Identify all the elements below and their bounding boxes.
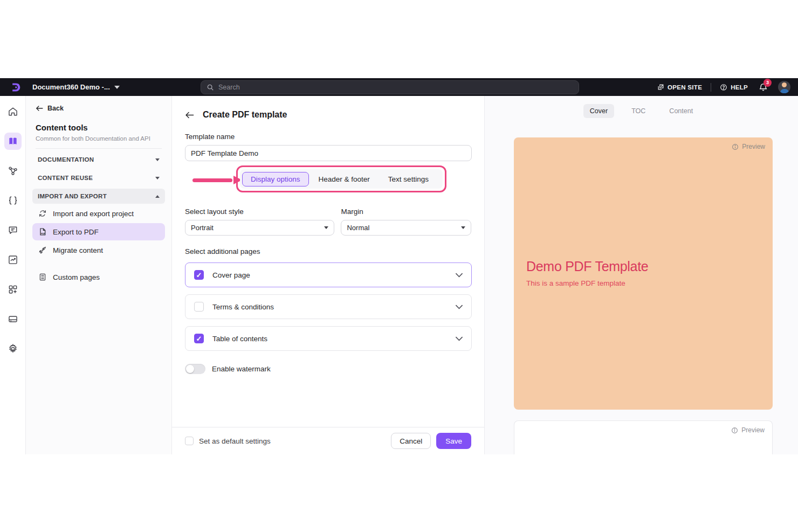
sidebar-item-label: Custom pages bbox=[53, 273, 100, 281]
cover-page-card: ✓ Cover page bbox=[185, 262, 472, 287]
back-label: Back bbox=[47, 105, 64, 112]
sidebar-item-custom-pages[interactable]: Custom pages bbox=[32, 268, 165, 286]
layout-style-value: Portrait bbox=[191, 224, 214, 232]
preview-label: Preview bbox=[741, 426, 765, 434]
section-content-reuse[interactable]: CONTENT REUSE bbox=[32, 170, 165, 185]
cover-page-label: Cover page bbox=[212, 271, 447, 279]
info-icon bbox=[732, 143, 739, 150]
cancel-button[interactable]: Cancel bbox=[391, 433, 431, 449]
preview-panel: Cover TOC Content Preview Demo PDF Templ… bbox=[485, 96, 798, 454]
cover-page-checkbox[interactable]: ✓ bbox=[194, 270, 204, 280]
terms-conditions-checkbox[interactable] bbox=[194, 302, 204, 312]
help-label: HELP bbox=[731, 84, 748, 91]
sync-arrows-icon bbox=[38, 209, 47, 218]
template-name-input[interactable] bbox=[185, 145, 472, 161]
sidebar-item-documentation[interactable] bbox=[4, 133, 22, 150]
help-button[interactable]: HELP bbox=[720, 84, 748, 91]
caret-down-icon bbox=[324, 226, 328, 229]
app-window: Document360 Demo -... OPEN SITE HELP bbox=[0, 78, 798, 454]
sidebar-item-analytics[interactable] bbox=[4, 251, 22, 268]
table-of-contents-card: ✓ Table of contents bbox=[185, 326, 472, 351]
tab-display-options[interactable]: Display options bbox=[242, 172, 309, 186]
chevron-down-icon[interactable] bbox=[456, 336, 463, 341]
tab-text-settings[interactable]: Text settings bbox=[380, 172, 437, 186]
tabs-zone: Display options Header & footer Text set… bbox=[185, 165, 471, 206]
avatar-body bbox=[780, 89, 789, 93]
sidebar-item-label: Import and export project bbox=[53, 210, 134, 218]
settings-tab-group: Display options Header & footer Text set… bbox=[240, 169, 443, 189]
notification-badge: 3 bbox=[763, 79, 772, 87]
sidebar-item-label: Export to PDF bbox=[53, 228, 99, 236]
save-button[interactable]: Save bbox=[436, 433, 471, 449]
caret-down-icon bbox=[461, 226, 465, 229]
svg-text:PDF: PDF bbox=[41, 232, 46, 235]
sidebar-item-import-export-project[interactable]: Import and export project bbox=[32, 205, 165, 222]
table-of-contents-label: Table of contents bbox=[212, 335, 447, 343]
sidebar-item-feedback[interactable] bbox=[4, 222, 22, 239]
back-arrow-icon[interactable] bbox=[185, 111, 194, 119]
sidebar-item-export-to-pdf[interactable]: PDF Export to PDF bbox=[32, 223, 165, 240]
sidebar-item-label: Migrate content bbox=[53, 246, 103, 254]
margin-value: Normal bbox=[347, 224, 369, 232]
open-site-label: OPEN SITE bbox=[668, 84, 702, 91]
sidebar-item-settings[interactable] bbox=[4, 340, 22, 357]
icon-rail bbox=[0, 96, 26, 454]
sidebar-item-home[interactable] bbox=[4, 103, 22, 120]
chevron-down-icon[interactable] bbox=[456, 305, 463, 309]
document360-logo[interactable] bbox=[10, 81, 22, 93]
cover-title: Demo PDF Template bbox=[526, 259, 648, 274]
avatar[interactable] bbox=[778, 81, 790, 93]
watermark-label: Enable watermark bbox=[212, 365, 271, 373]
tab-cover[interactable]: Cover bbox=[583, 104, 614, 118]
sidebar-item-drive[interactable] bbox=[4, 310, 22, 328]
tab-header-footer[interactable]: Header & footer bbox=[310, 172, 379, 186]
code-braces-icon bbox=[8, 195, 18, 206]
search-input[interactable] bbox=[218, 84, 573, 91]
chevron-down-icon[interactable] bbox=[456, 273, 463, 278]
help-icon bbox=[720, 84, 727, 91]
layout-style-select[interactable]: Portrait bbox=[185, 220, 334, 236]
info-icon bbox=[731, 427, 738, 434]
sidebar-item-migrate-content[interactable]: Migrate content bbox=[32, 241, 165, 259]
annotation-arrow bbox=[192, 176, 242, 184]
book-icon bbox=[8, 136, 18, 147]
global-search[interactable] bbox=[201, 80, 579, 94]
open-site-button[interactable]: OPEN SITE bbox=[657, 84, 702, 91]
external-link-icon bbox=[657, 84, 664, 91]
pdf-file-icon: PDF bbox=[38, 227, 47, 236]
toc-preview: Preview bbox=[514, 420, 773, 454]
layout-style-label: Select layout style bbox=[185, 208, 334, 216]
table-of-contents-checkbox[interactable]: ✓ bbox=[194, 334, 204, 343]
tab-content[interactable]: Content bbox=[663, 104, 699, 118]
notifications-button[interactable]: 3 bbox=[756, 81, 769, 94]
back-arrow-icon bbox=[36, 105, 43, 112]
default-settings-label: Set as default settings bbox=[199, 437, 271, 445]
section-import-export[interactable]: IMPORT AND EXPORT bbox=[32, 189, 165, 204]
workflow-icon bbox=[8, 165, 18, 176]
rocket-icon bbox=[38, 246, 47, 254]
chevron-down-icon bbox=[114, 86, 120, 89]
sidebar-item-widgets[interactable] bbox=[4, 281, 22, 298]
home-icon bbox=[8, 106, 18, 117]
cover-subtitle: This is a sample PDF template bbox=[526, 279, 648, 287]
tab-toc[interactable]: TOC bbox=[625, 104, 652, 118]
project-switcher[interactable]: Document360 Demo -... bbox=[32, 83, 120, 91]
terms-conditions-card: Terms & conditions bbox=[185, 294, 472, 319]
search-icon bbox=[207, 84, 214, 91]
margin-select[interactable]: Normal bbox=[341, 220, 471, 236]
section-label: CONTENT REUSE bbox=[38, 175, 93, 181]
gear-icon bbox=[8, 343, 18, 354]
cover-preview: Preview Demo PDF Template This is a samp… bbox=[514, 137, 773, 410]
template-name-label: Template name bbox=[185, 133, 471, 141]
section-documentation[interactable]: DOCUMENTATION bbox=[32, 152, 165, 167]
sidebar-item-api-docs[interactable] bbox=[4, 192, 22, 209]
sidebar-item-workflow[interactable] bbox=[4, 162, 22, 179]
default-settings-checkbox[interactable] bbox=[185, 437, 194, 445]
section-label: DOCUMENTATION bbox=[38, 156, 94, 163]
project-name: Document360 Demo -... bbox=[32, 83, 110, 91]
watermark-toggle[interactable] bbox=[185, 364, 205, 374]
additional-pages-label: Select additional pages bbox=[185, 247, 471, 255]
content-tools-sidebar: Back Content tools Common for both Docum… bbox=[26, 96, 172, 454]
chevron-down-icon bbox=[155, 158, 160, 161]
back-button[interactable]: Back bbox=[32, 103, 165, 113]
